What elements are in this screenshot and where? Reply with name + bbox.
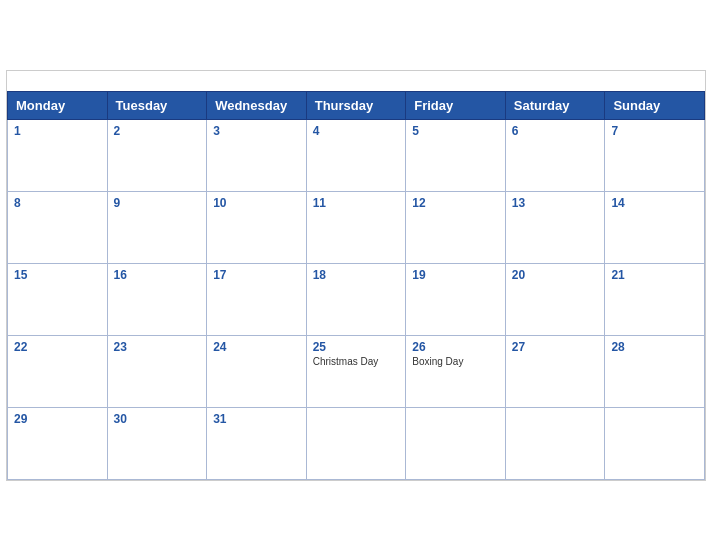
calendar-cell: 30 [107,407,207,479]
calendar-cell: 7 [605,119,705,191]
calendar-cell: 20 [505,263,605,335]
day-number: 14 [611,196,698,210]
calendar-cell: 4 [306,119,406,191]
day-number: 2 [114,124,201,138]
calendar-cell: 19 [406,263,506,335]
day-number: 11 [313,196,400,210]
calendar-grid: MondayTuesdayWednesdayThursdayFridaySatu… [7,91,705,480]
calendar-cell: 10 [207,191,307,263]
day-number: 10 [213,196,300,210]
day-number: 3 [213,124,300,138]
calendar-cell: 18 [306,263,406,335]
holiday-name: Christmas Day [313,356,400,367]
weekday-header-monday: Monday [8,91,108,119]
day-number: 6 [512,124,599,138]
day-number: 12 [412,196,499,210]
calendar-wrapper: MondayTuesdayWednesdayThursdayFridaySatu… [6,70,706,481]
calendar-cell: 2 [107,119,207,191]
holiday-name: Boxing Day [412,356,499,367]
calendar-cell: 26Boxing Day [406,335,506,407]
calendar-cell: 5 [406,119,506,191]
day-number: 30 [114,412,201,426]
calendar-cell: 12 [406,191,506,263]
logo-area [23,72,25,90]
calendar-cell: 14 [605,191,705,263]
day-number: 1 [14,124,101,138]
calendar-cell [306,407,406,479]
week-row-5: 293031 [8,407,705,479]
day-number: 5 [412,124,499,138]
calendar-cell: 28 [605,335,705,407]
calendar-cell: 17 [207,263,307,335]
calendar-cell: 8 [8,191,108,263]
weekday-header-wednesday: Wednesday [207,91,307,119]
day-number: 24 [213,340,300,354]
calendar-cell: 16 [107,263,207,335]
weekday-header-sunday: Sunday [605,91,705,119]
day-number: 8 [14,196,101,210]
calendar-cell: 23 [107,335,207,407]
calendar-cell: 6 [505,119,605,191]
week-row-2: 891011121314 [8,191,705,263]
weekday-header-row: MondayTuesdayWednesdayThursdayFridaySatu… [8,91,705,119]
calendar-cell: 31 [207,407,307,479]
day-number: 26 [412,340,499,354]
day-number: 7 [611,124,698,138]
calendar-cell: 3 [207,119,307,191]
week-row-3: 15161718192021 [8,263,705,335]
day-number: 25 [313,340,400,354]
calendar-cell: 24 [207,335,307,407]
day-number: 20 [512,268,599,282]
day-number: 28 [611,340,698,354]
day-number: 16 [114,268,201,282]
weekday-header-saturday: Saturday [505,91,605,119]
weekday-header-thursday: Thursday [306,91,406,119]
calendar-cell: 11 [306,191,406,263]
day-number: 31 [213,412,300,426]
day-number: 21 [611,268,698,282]
calendar-cell: 27 [505,335,605,407]
calendar-cell: 25Christmas Day [306,335,406,407]
calendar-cell: 22 [8,335,108,407]
day-number: 29 [14,412,101,426]
day-number: 27 [512,340,599,354]
calendar-cell: 21 [605,263,705,335]
calendar-cell [406,407,506,479]
day-number: 4 [313,124,400,138]
calendar-cell: 13 [505,191,605,263]
day-number: 15 [14,268,101,282]
calendar-cell: 1 [8,119,108,191]
day-number: 13 [512,196,599,210]
week-row-1: 1234567 [8,119,705,191]
day-number: 9 [114,196,201,210]
calendar-cell [505,407,605,479]
day-number: 22 [14,340,101,354]
day-number: 18 [313,268,400,282]
calendar-cell [605,407,705,479]
calendar-cell: 9 [107,191,207,263]
day-number: 17 [213,268,300,282]
calendar-header [7,71,705,91]
weekday-header-friday: Friday [406,91,506,119]
calendar-cell: 15 [8,263,108,335]
day-number: 19 [412,268,499,282]
weekday-header-tuesday: Tuesday [107,91,207,119]
day-number: 23 [114,340,201,354]
calendar-cell: 29 [8,407,108,479]
week-row-4: 22232425Christmas Day26Boxing Day2728 [8,335,705,407]
